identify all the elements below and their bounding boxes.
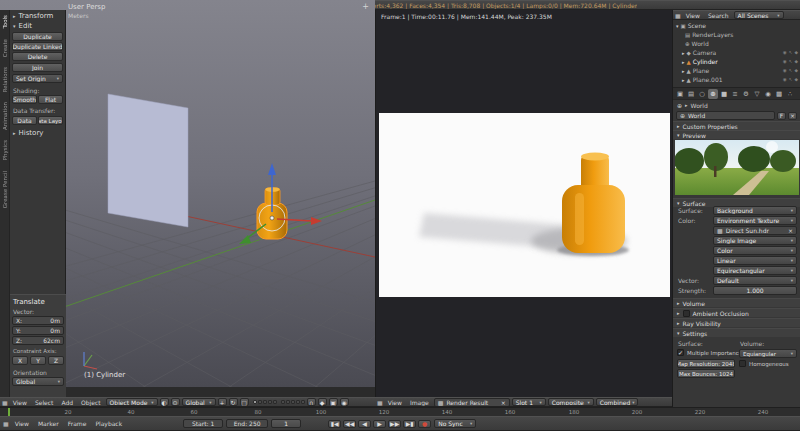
tab-render-layers[interactable]: ▤ <box>686 89 696 99</box>
manipulator-translate-icon[interactable]: + <box>218 398 227 406</box>
timeline-frame-menu[interactable]: Frame <box>65 420 90 427</box>
tab-grease-pencil[interactable]: Grease Pencil <box>2 171 8 208</box>
jump-to-end-button[interactable]: ▶▮ <box>403 420 416 428</box>
cursor-icon[interactable]: ↖ <box>789 68 793 73</box>
tab-object[interactable]: ■ <box>719 89 729 99</box>
editor-type-icon[interactable]: ▦ <box>3 420 9 427</box>
tab-render[interactable]: ▣ <box>675 89 685 99</box>
render-toggle-icon[interactable]: ◆ <box>795 59 798 64</box>
translate-x-field[interactable]: X:0m <box>12 316 64 325</box>
play-reverse-button[interactable]: ◀ <box>358 420 371 428</box>
duplicate-button[interactable]: Duplicate <box>12 32 63 41</box>
set-origin-dropdown[interactable]: Set Origin▾ <box>12 74 63 83</box>
opengl-render-icon[interactable]: ▣ <box>329 398 338 406</box>
timeline-marker-menu[interactable]: Marker <box>35 420 62 427</box>
delete-button[interactable]: Delete <box>12 52 63 61</box>
eye-icon[interactable]: ◉ <box>783 50 787 55</box>
color-space-dropdown[interactable]: Color▾ <box>713 246 797 255</box>
add-menu[interactable]: Add <box>58 399 76 406</box>
frame-start-field[interactable]: Start: 1 <box>183 419 223 428</box>
unlink-image-icon[interactable]: × <box>501 399 506 406</box>
select-menu[interactable]: Select <box>32 399 57 406</box>
translate-y-field[interactable]: Y:0m <box>12 326 64 335</box>
image-editor[interactable]: Frame:1 | Time:00:11.76 | Mem:141.44M, P… <box>375 10 672 397</box>
tab-modifiers[interactable]: ⚙ <box>741 89 751 99</box>
data-button[interactable]: Data <box>12 116 37 125</box>
eye-icon[interactable]: ◉ <box>783 77 787 82</box>
prev-keyframe-button[interactable]: ◀◀ <box>343 420 356 428</box>
viewport-shading-icon[interactable]: ◐ <box>160 398 169 406</box>
ao-checkbox[interactable] <box>683 310 690 317</box>
snap-magnet-icon[interactable]: ∩ <box>307 398 316 406</box>
multiple-importance-row[interactable]: ✓ Multiple Importance <box>677 349 742 356</box>
layers-widget[interactable] <box>253 400 305 404</box>
cursor-icon[interactable]: ↖ <box>789 59 793 64</box>
panel-header-ambient-occlusion[interactable]: ▸ Ambient Occlusion <box>673 308 800 317</box>
constraint-z-toggle[interactable]: Z <box>48 356 64 365</box>
shade-smooth-button[interactable]: Smooth <box>12 95 37 104</box>
homogeneous-row[interactable]: Homogeneous <box>739 360 789 367</box>
unlink-image-icon[interactable]: × <box>788 227 793 234</box>
data-layout-button[interactable]: Data Layout <box>38 116 63 125</box>
editor-type-icon[interactable]: ▦ <box>675 12 681 19</box>
tab-animation[interactable]: Animation <box>2 102 8 130</box>
tab-create[interactable]: Create <box>2 39 8 57</box>
image-menu[interactable]: Image <box>407 399 432 406</box>
render-toggle-icon[interactable]: ◆ <box>795 50 798 55</box>
slot-dropdown[interactable]: Slot 1▾ <box>512 398 546 406</box>
editor-type-icon[interactable]: ▦ <box>377 399 383 406</box>
image-view-menu[interactable]: View <box>385 399 405 406</box>
translate-z-field[interactable]: Z:62cm <box>12 336 64 345</box>
editor-type-icon[interactable]: ▦ <box>2 399 8 406</box>
tab-physics[interactable]: Physics <box>2 140 8 160</box>
outliner-row-plane-001[interactable]: ▸▲ Plane.001 ◉↖◆ <box>673 75 800 84</box>
world-datablock-field[interactable]: ⊕ World <box>676 111 775 120</box>
properties-region-expander[interactable]: + <box>362 2 369 11</box>
panel-header-volume[interactable]: ▸Volume <box>673 298 800 307</box>
outliner-menu-search[interactable]: Search <box>705 12 732 19</box>
vector-dropdown[interactable]: Default▾ <box>713 276 797 285</box>
strength-slider[interactable]: 1.000 <box>713 286 797 295</box>
tab-relations[interactable]: Relations <box>2 67 8 92</box>
surface-type-dropdown[interactable]: Background▾ <box>713 206 797 215</box>
tab-data[interactable]: ▽ <box>752 89 762 99</box>
opengl-render-anim-icon[interactable]: ◉ <box>340 398 349 406</box>
environment-image-field[interactable]: ▩ Direct Sun.hdr × <box>713 226 797 235</box>
cursor-icon[interactable]: ↖ <box>789 50 793 55</box>
interpolation-dropdown[interactable]: Linear▾ <box>713 256 797 265</box>
panel-header-transform[interactable]: ▸Transform <box>13 12 53 20</box>
eye-icon[interactable]: ◉ <box>783 59 787 64</box>
outliner-row-cylinder[interactable]: ▸▲ Cylinder ◉↖◆ <box>673 57 800 66</box>
image-source-dropdown[interactable]: Single Image▾ <box>713 236 797 245</box>
orientation-dropdown[interactable]: Global▾ <box>12 377 64 386</box>
duplicate-linked-button[interactable]: Duplicate Linked <box>12 42 63 51</box>
unlink-datablock-button[interactable]: × <box>788 112 797 120</box>
map-resolution-slider[interactable]: Map Resolution: 2048 <box>677 359 735 368</box>
join-button[interactable]: Join <box>12 63 63 72</box>
timeline-view-menu[interactable]: View <box>12 420 32 427</box>
current-frame-field[interactable]: 1 <box>271 419 301 428</box>
outliner-row-renderlayers[interactable]: ▤ RenderLayers <box>673 30 800 39</box>
view-menu[interactable]: View <box>10 399 30 406</box>
manipulator-rotate-icon[interactable]: ↻ <box>229 398 238 406</box>
render-pass-dropdown[interactable]: Combined▾ <box>596 398 638 406</box>
constraint-x-toggle[interactable]: X <box>12 356 28 365</box>
constraint-y-toggle[interactable]: Y <box>30 356 46 365</box>
homogeneous-checkbox[interactable] <box>739 360 746 367</box>
max-bounces-slider[interactable]: Max Bounces: 1024 <box>677 369 735 378</box>
backdrop-plane-object[interactable] <box>108 94 188 227</box>
manipulator-scale-icon[interactable]: □ <box>240 398 249 406</box>
sync-dropdown[interactable]: No Sync▾ <box>434 419 476 428</box>
shade-flat-button[interactable]: Flat <box>38 95 63 104</box>
outliner-row-scene[interactable]: ▾▣ Scene <box>673 21 800 30</box>
outliner-row-plane[interactable]: ▸▲ Plane ◉↖◆ <box>673 66 800 75</box>
transform-orientation-dropdown[interactable]: Global▾ <box>182 398 216 406</box>
panel-header-settings[interactable]: ▾Settings <box>673 328 800 337</box>
panel-header-ray-visibility[interactable]: ▸Ray Visibility <box>673 318 800 327</box>
timeline-ruler[interactable]: 20 40 60 80 100 120 140 160 180 200 220 … <box>0 407 800 416</box>
tab-constraints[interactable]: ≡ <box>730 89 740 99</box>
outliner-row-camera[interactable]: ▸◆ Camera ◉↖◆ <box>673 48 800 57</box>
frame-end-field[interactable]: End: 250 <box>226 419 268 428</box>
outliner-menu-view[interactable]: View <box>683 12 703 19</box>
timeline-playback-menu[interactable]: Playback <box>92 420 125 427</box>
